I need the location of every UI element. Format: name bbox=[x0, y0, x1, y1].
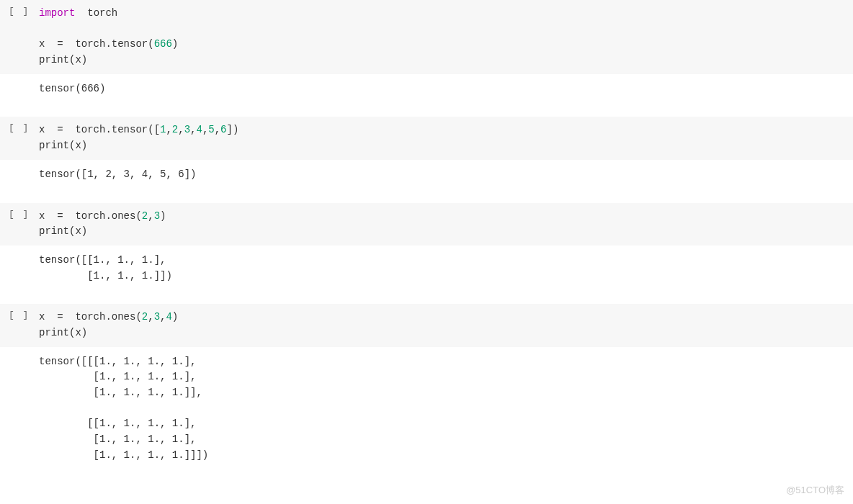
code-token: x = torch.ones( bbox=[39, 311, 142, 323]
code-token: 2 bbox=[142, 210, 148, 222]
cell-input[interactable]: [ ]x = torch.tensor([1,2,3,4,5,6]) print… bbox=[0, 117, 853, 159]
cell-input[interactable]: [ ]import torch x = torch.tensor(666) pr… bbox=[0, 0, 853, 74]
code-token: 3 bbox=[184, 124, 190, 135]
code-token: 3 bbox=[154, 210, 160, 222]
code-token: x = torch.tensor([ bbox=[39, 124, 160, 135]
code-token: 4 bbox=[196, 124, 202, 135]
code-token: 666 bbox=[154, 38, 172, 50]
code-token: 4 bbox=[166, 311, 171, 323]
cell-output: tensor([[1., 1., 1.], [1., 1., 1.]]) bbox=[0, 246, 853, 291]
code-token: 2 bbox=[172, 124, 178, 135]
code-token: ) bbox=[172, 311, 178, 323]
code-token: 2 bbox=[142, 311, 148, 323]
code-token: x = torch.ones( bbox=[39, 210, 142, 222]
code-token: print(x) bbox=[39, 54, 87, 66]
code-editor[interactable]: x = torch.tensor([1,2,3,4,5,6]) print(x) bbox=[36, 121, 853, 155]
output-text: tensor([[[1., 1., 1., 1.], [1., 1., 1., … bbox=[36, 353, 853, 465]
code-cell: [ ]x = torch.ones(2,3,4) print(x)tensor(… bbox=[0, 304, 853, 470]
input-prompt[interactable]: [ ] bbox=[0, 308, 36, 320]
code-token: print(x) bbox=[39, 140, 87, 151]
input-prompt[interactable]: [ ] bbox=[0, 207, 36, 220]
cell-gap bbox=[0, 104, 853, 117]
code-token: , bbox=[215, 124, 220, 135]
cell-output: tensor(666) bbox=[0, 74, 853, 104]
code-token: , bbox=[166, 124, 171, 135]
code-token: , bbox=[148, 210, 153, 222]
code-token: print(x) bbox=[39, 225, 87, 237]
cell-output: tensor([[[1., 1., 1., 1.], [1., 1., 1., … bbox=[0, 347, 853, 471]
code-token: ) bbox=[172, 38, 178, 50]
notebook: [ ]import torch x = torch.tensor(666) pr… bbox=[0, 0, 853, 470]
code-token: 5 bbox=[208, 124, 214, 135]
code-editor[interactable]: import torch x = torch.tensor(666) print… bbox=[36, 4, 853, 70]
code-token: x = torch.tensor( bbox=[39, 38, 154, 50]
cell-output: tensor([1, 2, 3, 4, 5, 6]) bbox=[0, 160, 853, 190]
code-token: import bbox=[39, 7, 75, 19]
code-cell: [ ]import torch x = torch.tensor(666) pr… bbox=[0, 0, 853, 104]
code-cell: [ ]x = torch.ones(2,3) print(x)tensor([[… bbox=[0, 203, 853, 292]
code-token: print(x) bbox=[39, 327, 87, 338]
code-editor[interactable]: x = torch.ones(2,3,4) print(x) bbox=[36, 308, 853, 342]
code-token: ]) bbox=[227, 124, 239, 135]
code-token: 3 bbox=[154, 311, 160, 323]
code-cell: [ ]x = torch.tensor([1,2,3,4,5,6]) print… bbox=[0, 117, 853, 189]
code-token: ) bbox=[160, 210, 166, 222]
output-text: tensor(666) bbox=[36, 80, 853, 99]
code-token: 6 bbox=[220, 124, 226, 135]
code-token: , bbox=[148, 311, 153, 323]
output-text: tensor([1, 2, 3, 4, 5, 6]) bbox=[36, 166, 853, 184]
cell-gap bbox=[0, 291, 853, 304]
input-prompt[interactable]: [ ] bbox=[0, 4, 36, 17]
cell-gap bbox=[0, 190, 853, 203]
cell-input[interactable]: [ ]x = torch.ones(2,3) print(x) bbox=[0, 203, 853, 246]
output-text: tensor([[1., 1., 1.], [1., 1., 1.]]) bbox=[36, 251, 853, 285]
code-editor[interactable]: x = torch.ones(2,3) print(x) bbox=[36, 207, 853, 241]
code-token: , bbox=[178, 124, 184, 135]
code-token: torch bbox=[75, 7, 117, 19]
cell-input[interactable]: [ ]x = torch.ones(2,3,4) print(x) bbox=[0, 304, 853, 346]
input-prompt[interactable]: [ ] bbox=[0, 121, 36, 133]
